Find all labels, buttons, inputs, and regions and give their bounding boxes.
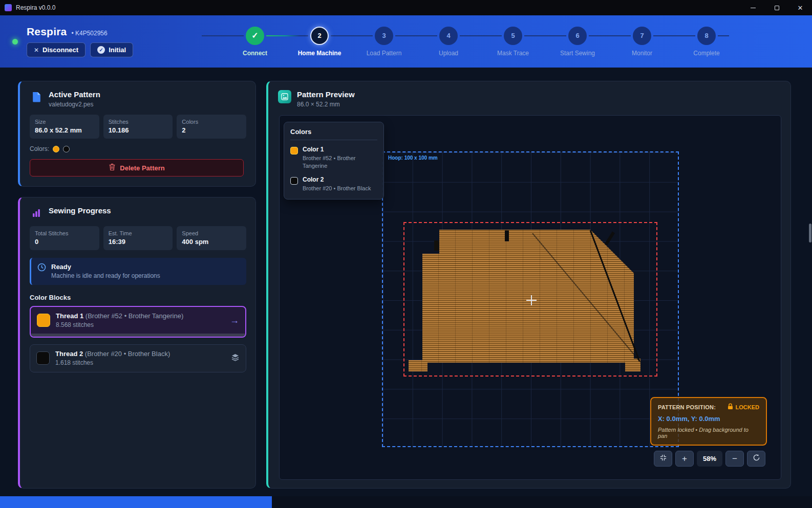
legend-color-1: Color 1 Brother #52 • Brother Tangerine bbox=[290, 146, 377, 170]
legend-swatch-2 bbox=[290, 177, 298, 185]
position-panel-title: PATTERN POSITION: bbox=[658, 404, 716, 410]
zoom-controls: + 58% − bbox=[654, 451, 765, 467]
step-number: 3 bbox=[375, 27, 393, 45]
fit-to-screen-button[interactable] bbox=[654, 451, 672, 467]
thread-1-detail: (Brother #52 • Brother Tangerine) bbox=[86, 312, 183, 320]
machine-status-box: Ready Machine is idle and ready for oper… bbox=[30, 258, 246, 285]
status-message: Machine is idle and ready for operations bbox=[51, 272, 160, 279]
step-number: 2 bbox=[310, 27, 329, 45]
active-pattern-title: Active Pattern bbox=[49, 90, 100, 99]
delete-pattern-button[interactable]: Delete Pattern bbox=[30, 159, 244, 176]
color-blocks-label: Color Blocks bbox=[30, 294, 246, 301]
refresh-icon bbox=[753, 454, 760, 464]
colors-stat: Colors 2 bbox=[177, 115, 246, 139]
step-number: 7 bbox=[633, 27, 651, 45]
step-mask-trace[interactable]: 5 Mask Trace bbox=[481, 27, 545, 57]
step-start-sewing[interactable]: 6 Start Sewing bbox=[545, 27, 610, 57]
titlebar: Respira v0.0.0 ✕ bbox=[0, 0, 812, 15]
total-stitches-stat: Total Stitches 0 bbox=[30, 226, 99, 250]
zoom-level: 58% bbox=[697, 451, 722, 467]
step-upload[interactable]: 4 Upload bbox=[416, 27, 481, 57]
machine-serial: • K4P502956 bbox=[71, 30, 107, 37]
active-pattern-card: Active Pattern valetudogv2.pes Size 86.0… bbox=[18, 81, 256, 187]
file-icon bbox=[30, 90, 43, 103]
step-number: 6 bbox=[568, 27, 587, 45]
footer-bar bbox=[0, 496, 812, 508]
thread-1-swatch bbox=[37, 314, 50, 327]
minus-icon: − bbox=[732, 454, 737, 464]
plus-icon: + bbox=[682, 454, 687, 464]
header: Respira • K4P502956 ✕ Disconnect ✓ Initi… bbox=[0, 15, 812, 68]
pattern-position-panel: PATTERN POSITION: LOCKED X: 0.0mm, Y: 0.… bbox=[650, 397, 767, 446]
thread-2-stitches: 1.618 stitches bbox=[55, 359, 225, 366]
check-badge-icon: ✓ bbox=[97, 46, 105, 54]
preview-title: Pattern Preview bbox=[297, 90, 355, 99]
thread-2-swatch bbox=[36, 351, 50, 365]
connection-status-dot bbox=[12, 39, 18, 45]
step-number: 5 bbox=[504, 27, 522, 45]
thread-1-stitches: 8.568 stitches bbox=[56, 321, 224, 328]
minimize-icon bbox=[751, 8, 756, 8]
pan-hint: Pattern locked • Drag background to pan bbox=[658, 427, 759, 439]
initial-button[interactable]: ✓ Initial bbox=[90, 42, 133, 57]
colors-legend-panel: Colors Color 1 Brother #52 • Brother Tan… bbox=[284, 122, 384, 200]
close-icon: ✕ bbox=[798, 4, 803, 12]
thread-2-detail: (Brother #20 • Brother Black) bbox=[85, 350, 170, 358]
step-load-pattern[interactable]: 3 Load Pattern bbox=[352, 27, 416, 57]
pattern-bounds bbox=[403, 222, 657, 377]
arrow-right-icon: → bbox=[230, 315, 239, 326]
colors-legend-title: Colors bbox=[290, 128, 377, 140]
thread-1-name: Thread 1 bbox=[56, 312, 83, 320]
pattern-coordinates: X: 0.0mm, Y: 0.0mm bbox=[658, 415, 759, 423]
clock-icon bbox=[37, 263, 46, 279]
thread-2-block[interactable]: Thread 2 (Brother #20 • Brother Black) 1… bbox=[30, 344, 246, 372]
status-title: Ready bbox=[51, 263, 160, 271]
color-dot-tangerine bbox=[53, 146, 59, 152]
color-dot-black bbox=[63, 146, 70, 152]
step-number: 4 bbox=[439, 27, 458, 45]
pattern-preview-card: Pattern Preview 86.0 × 52.2 mm Colors Co… bbox=[266, 81, 791, 489]
disconnect-x-icon: ✕ bbox=[34, 47, 39, 54]
colors-row-label: Colors: bbox=[30, 145, 49, 152]
step-connect[interactable]: ✓ Connect bbox=[223, 27, 287, 57]
preview-canvas[interactable]: Colors Color 1 Brother #52 • Brother Tan… bbox=[279, 115, 781, 480]
stepper: ✓ Connect 2 Home Machine 3 Load Pattern … bbox=[223, 27, 739, 57]
preview-dimensions: 86.0 × 52.2 mm bbox=[297, 101, 355, 108]
bar-chart-icon bbox=[30, 206, 43, 219]
pattern-filename: valetudogv2.pes bbox=[49, 101, 100, 108]
step-connect-check-icon: ✓ bbox=[246, 27, 264, 45]
trash-icon bbox=[109, 163, 116, 172]
layers-icon bbox=[231, 353, 240, 364]
reset-view-button[interactable] bbox=[747, 451, 765, 467]
thread-1-block[interactable]: Thread 1 (Brother #52 • Brother Tangerin… bbox=[30, 306, 246, 338]
center-crosshair-icon bbox=[531, 295, 532, 305]
sewing-progress-card: Sewing Progress Total Stitches 0 Est. Ti… bbox=[18, 197, 256, 489]
size-stat: Size 86.0 x 52.2 mm bbox=[30, 115, 99, 139]
thread-2-name: Thread 2 bbox=[55, 350, 83, 358]
brand-title: Respira bbox=[27, 26, 67, 38]
image-icon bbox=[278, 90, 291, 103]
locked-badge[interactable]: LOCKED bbox=[728, 403, 759, 411]
minimize-button[interactable] bbox=[741, 0, 765, 15]
step-complete[interactable]: 8 Complete bbox=[674, 27, 739, 57]
zoom-in-button[interactable]: + bbox=[675, 451, 694, 467]
maximize-icon bbox=[775, 6, 779, 10]
legend-color-2: Color 2 Brother #20 • Brother Black bbox=[290, 176, 377, 192]
sewing-progress-title: Sewing Progress bbox=[49, 206, 111, 215]
hoop-outline: Hoop: 100 x 100 mm bbox=[382, 151, 679, 447]
scrollbar-thumb[interactable] bbox=[809, 224, 811, 242]
fit-to-screen-icon bbox=[659, 454, 667, 464]
app-icon bbox=[5, 4, 12, 11]
maximize-button[interactable] bbox=[765, 0, 788, 15]
window-title: Respira v0.0.0 bbox=[16, 4, 55, 11]
step-home-machine[interactable]: 2 Home Machine bbox=[287, 27, 352, 57]
zoom-out-button[interactable]: − bbox=[725, 451, 744, 467]
footer-progress-fill bbox=[0, 496, 272, 508]
speed-stat: Speed 400 spm bbox=[177, 226, 246, 250]
close-button[interactable]: ✕ bbox=[788, 0, 812, 15]
legend-swatch-1 bbox=[290, 147, 298, 154]
step-monitor[interactable]: 7 Monitor bbox=[610, 27, 674, 57]
stitches-stat: Stitches 10.186 bbox=[103, 115, 173, 139]
hoop-label: Hoop: 100 x 100 mm bbox=[388, 155, 438, 161]
disconnect-button[interactable]: ✕ Disconnect bbox=[27, 42, 86, 57]
